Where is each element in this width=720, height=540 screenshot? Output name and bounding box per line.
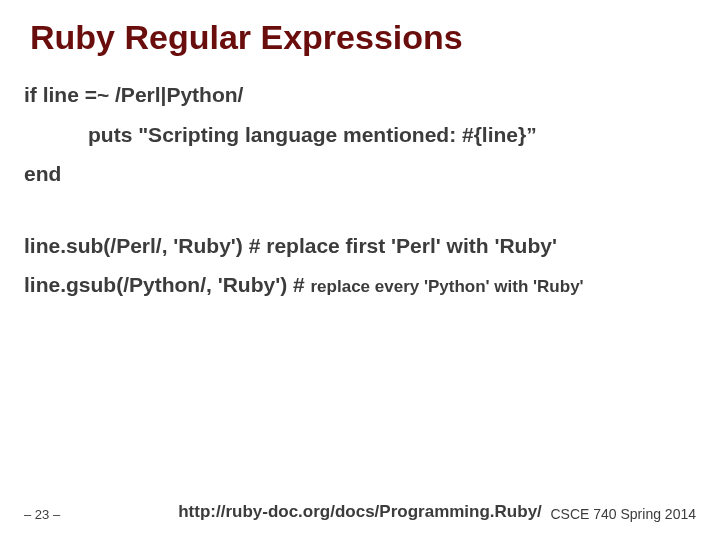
code-line-if: if line =~ /Perl|Python/ bbox=[24, 79, 696, 111]
footer: – 23 – http://ruby-doc.org/docs/Programm… bbox=[0, 506, 720, 522]
code-sub: line.sub(/Perl/, 'Ruby') bbox=[24, 234, 243, 257]
code-gsub: line.gsub(/Python/, 'Ruby') # bbox=[24, 273, 311, 296]
code-line-gsub: line.gsub(/Python/, 'Ruby') # replace ev… bbox=[24, 269, 696, 301]
page-number: – 23 – bbox=[24, 507, 60, 522]
code-line-puts: puts "Scripting language mentioned: #{li… bbox=[88, 119, 696, 151]
slide-title: Ruby Regular Expressions bbox=[30, 18, 696, 57]
code-line-sub: line.sub(/Perl/, 'Ruby') # replace first… bbox=[24, 230, 696, 262]
slide: Ruby Regular Expressions if line =~ /Per… bbox=[0, 0, 720, 540]
comment-gsub: replace every 'Python' with 'Ruby' bbox=[311, 277, 584, 296]
footer-link: http://ruby-doc.org/docs/Programming.Rub… bbox=[178, 502, 542, 522]
spacer bbox=[24, 198, 696, 230]
comment-sub: # replace first 'Perl' with 'Ruby' bbox=[243, 234, 557, 257]
course-label: CSCE 740 Spring 2014 bbox=[550, 506, 696, 522]
code-line-end: end bbox=[24, 158, 696, 190]
